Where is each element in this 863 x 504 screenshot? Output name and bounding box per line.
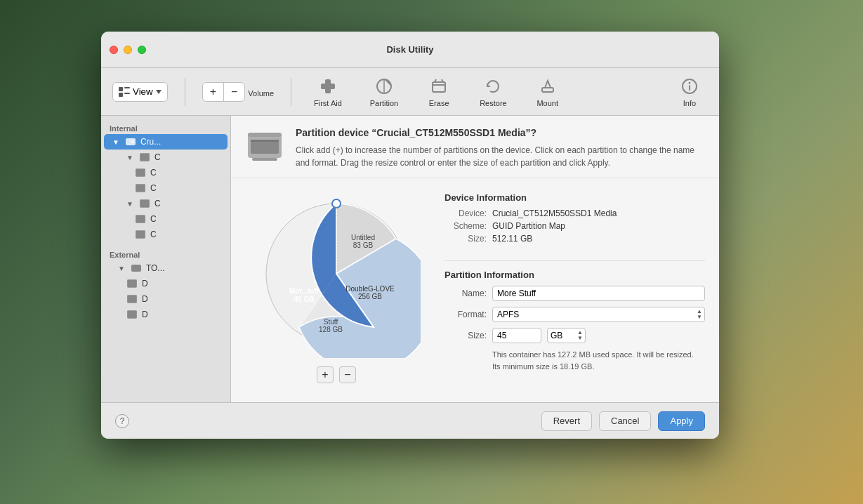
crucial-label: Cru...	[140, 137, 161, 147]
chart-area: Untitled 83 GB DoubleG-LOVE 256 GB Stuff…	[245, 190, 428, 391]
scheme-row: Scheme: GUID Partition Map	[444, 221, 705, 231]
size-unit-select[interactable]: GB MB TB	[547, 328, 586, 343]
svg-rect-17	[131, 140, 134, 143]
erase-label: Erase	[429, 99, 449, 107]
remove-partition-button[interactable]: −	[339, 366, 356, 383]
restore-button[interactable]: Restore	[474, 74, 513, 110]
sidebar-item-e1[interactable]: D	[101, 276, 230, 291]
partition-pie-chart: Untitled 83 GB DoubleG-LOVE 256 GB Stuff…	[252, 190, 421, 358]
internal-section-label: Internal	[101, 121, 230, 134]
info-button[interactable]: Info	[671, 74, 708, 110]
panel-header: Partition device “Crucial_CT512M550SSD1 …	[231, 116, 719, 178]
toolbar: View + − Volume	[101, 68, 719, 116]
format-form-label: Format:	[444, 310, 487, 319]
device-value: Crucial_CT512M550SSD1 Media	[492, 208, 617, 218]
sidebar-item-c2[interactable]: C	[101, 165, 230, 180]
size-input[interactable]	[492, 328, 541, 343]
svg-rect-2	[119, 93, 123, 97]
view-label: View	[133, 86, 153, 97]
svg-text:Stuff: Stuff	[324, 318, 338, 326]
c4-label: C	[154, 199, 161, 208]
sidebar-item-e2[interactable]: D	[101, 291, 230, 307]
partition-form: Name: Format: APFS Mac OS Extended (Jour…	[444, 286, 705, 372]
expand-arrow: ▼	[112, 138, 119, 146]
sidebar-item-e3[interactable]: D	[101, 307, 230, 322]
sidebar: Internal ▼ Cru... ▼ C	[101, 116, 231, 402]
sidebar-item-c4[interactable]: ▼ C	[101, 196, 230, 211]
firstaid-icon	[318, 77, 338, 96]
size-label: Size:	[444, 234, 487, 244]
sidebar-item-c6[interactable]: C	[101, 227, 230, 242]
partition-icon-c5	[135, 213, 146, 225]
c6-label: C	[150, 230, 157, 239]
disk-utility-window: Disk Utility View + −	[101, 32, 719, 439]
svg-rect-19	[136, 168, 145, 176]
format-select[interactable]: APFS Mac OS Extended (Journaled) ExFAT M…	[492, 307, 705, 322]
content-area: Internal ▼ Cru... ▼ C	[101, 116, 719, 402]
c2-label: C	[150, 168, 157, 178]
restore-label: Restore	[480, 99, 507, 107]
firstaid-button[interactable]: First Aid	[308, 74, 348, 110]
size-unit-wrapper: GB MB TB ▲ ▼	[547, 328, 586, 343]
svg-rect-3	[124, 93, 130, 94]
svg-rect-27	[127, 310, 137, 318]
erase-button[interactable]: Erase	[421, 74, 457, 110]
info-panel: Device Information Device: Crucial_CT512…	[444, 190, 705, 391]
apply-button[interactable]: Apply	[658, 411, 705, 431]
resize-note-line2: Its minimum size is 18.19 GB.	[492, 362, 595, 371]
mount-button[interactable]: Mount	[529, 74, 566, 110]
size-form-row: Size: GB MB TB	[444, 328, 705, 343]
revert-button[interactable]: Revert	[541, 411, 592, 431]
help-button[interactable]: ?	[115, 414, 129, 428]
view-icon	[119, 87, 130, 97]
partition-label: Partition	[370, 99, 398, 107]
svg-rect-22	[136, 215, 145, 223]
expand-arrow-c1: ▼	[126, 154, 133, 161]
to-label: TO...	[146, 263, 164, 273]
svg-rect-26	[127, 295, 137, 303]
view-button[interactable]: View	[112, 82, 168, 102]
add-partition-button[interactable]: +	[317, 366, 334, 383]
close-button[interactable]	[110, 46, 118, 54]
c3-label: C	[150, 183, 157, 193]
remove-volume-button[interactable]: −	[224, 83, 244, 101]
toolbar-right: Info	[671, 74, 708, 110]
minimize-button[interactable]	[124, 46, 132, 54]
partition-icon-c2	[135, 167, 146, 178]
e1-label: D	[142, 279, 148, 289]
main-panel: Partition device “Crucial_CT512M550SSD1 …	[231, 116, 719, 402]
scheme-value: GUID Partition Map	[492, 221, 565, 231]
sidebar-item-c1[interactable]: ▼ C	[101, 150, 230, 165]
resize-note: This container has 127.2 MB used space. …	[492, 349, 705, 372]
sidebar-item-c3[interactable]: C	[101, 180, 230, 196]
svg-rect-23	[136, 230, 145, 238]
external-section-label: External	[101, 248, 230, 260]
svg-text:Mor...tuff: Mor...tuff	[289, 287, 319, 295]
sidebar-item-to[interactable]: ▼ TO...	[101, 260, 230, 276]
partition-icon-e3	[126, 309, 138, 320]
maximize-button[interactable]	[138, 46, 146, 54]
c5-label: C	[150, 214, 157, 224]
partition-icon-c1	[139, 152, 150, 163]
sidebar-item-crucial[interactable]: ▼ Cru...	[104, 134, 228, 150]
name-input[interactable]	[492, 286, 705, 301]
svg-text:83 GB: 83 GB	[353, 241, 374, 249]
volume-label: Volume	[248, 89, 274, 98]
chart-controls: + −	[317, 366, 356, 383]
sidebar-item-c5[interactable]: C	[101, 211, 230, 227]
add-volume-button[interactable]: +	[203, 83, 224, 101]
size-input-group: GB MB TB ▲ ▼	[492, 328, 586, 343]
size-value: 512.11 GB	[492, 234, 532, 244]
scheme-label: Scheme:	[444, 221, 487, 231]
restore-icon	[483, 77, 503, 96]
device-info-section: Device Information Device: Crucial_CT512…	[444, 192, 705, 246]
svg-rect-0	[119, 87, 123, 91]
cancel-button[interactable]: Cancel	[599, 411, 651, 431]
partition-icon	[374, 77, 394, 96]
volume-group: + − Volume	[202, 82, 274, 102]
partition-button[interactable]: Partition	[364, 74, 404, 110]
svg-text:256 GB: 256 GB	[358, 293, 382, 300]
svg-rect-20	[136, 184, 145, 192]
device-row: Device: Crucial_CT512M550SSD1 Media	[444, 208, 705, 218]
e2-label: D	[142, 294, 148, 304]
